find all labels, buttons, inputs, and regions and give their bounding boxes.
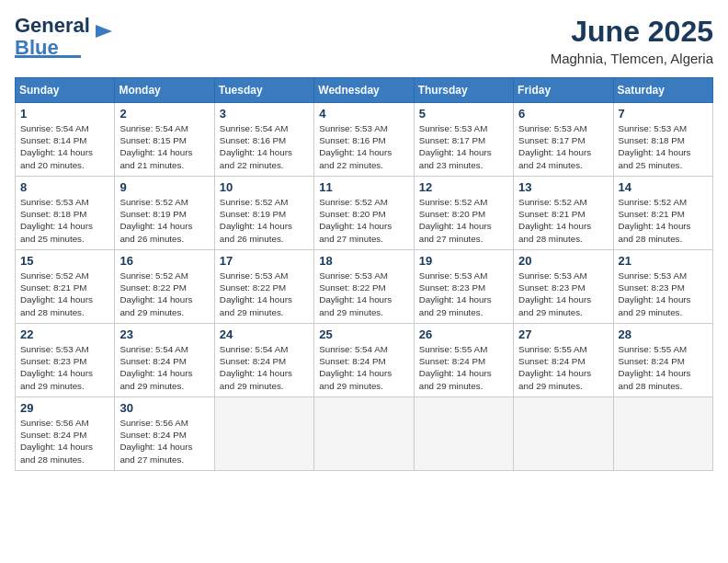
day-number: 15 xyxy=(20,254,109,268)
day-cell xyxy=(414,397,513,471)
calendar-table: SundayMondayTuesdayWednesdayThursdayFrid… xyxy=(15,77,713,471)
week-row-5: 29Sunrise: 5:56 AMSunset: 8:24 PMDayligh… xyxy=(16,397,713,471)
header-row: SundayMondayTuesdayWednesdayThursdayFrid… xyxy=(16,78,713,103)
cell-info: Sunrise: 5:54 AMSunset: 8:15 PMDaylight:… xyxy=(119,122,209,171)
day-number: 23 xyxy=(119,327,209,341)
cell-info: Sunrise: 5:54 AMSunset: 8:14 PMDaylight:… xyxy=(20,122,109,171)
day-number: 27 xyxy=(518,327,608,341)
cell-info: Sunrise: 5:53 AMSunset: 8:18 PMDaylight:… xyxy=(20,196,109,245)
cell-info: Sunrise: 5:52 AMSunset: 8:21 PMDaylight:… xyxy=(518,196,608,245)
header-friday: Friday xyxy=(514,78,613,103)
day-number: 8 xyxy=(20,180,109,194)
logo-arrow-icon xyxy=(94,21,114,41)
week-row-4: 22Sunrise: 5:53 AMSunset: 8:23 PMDayligh… xyxy=(16,324,713,397)
day-cell: 1Sunrise: 5:54 AMSunset: 8:14 PMDaylight… xyxy=(16,103,115,177)
day-number: 13 xyxy=(518,180,608,194)
logo-underline xyxy=(15,55,81,58)
day-cell: 22Sunrise: 5:53 AMSunset: 8:23 PMDayligh… xyxy=(16,324,115,397)
cell-info: Sunrise: 5:55 AMSunset: 8:24 PMDaylight:… xyxy=(419,343,508,392)
logo: GeneralBlue xyxy=(15,15,114,58)
cell-info: Sunrise: 5:53 AMSunset: 8:23 PMDaylight:… xyxy=(518,270,608,318)
day-cell: 19Sunrise: 5:53 AMSunset: 8:23 PMDayligh… xyxy=(414,250,513,324)
day-number: 2 xyxy=(119,107,209,121)
day-number: 24 xyxy=(220,327,309,341)
day-cell: 10Sunrise: 5:52 AMSunset: 8:19 PMDayligh… xyxy=(214,177,313,250)
cell-info: Sunrise: 5:54 AMSunset: 8:24 PMDaylight:… xyxy=(119,343,209,392)
day-number: 7 xyxy=(619,107,708,121)
day-number: 6 xyxy=(518,107,608,121)
day-cell: 25Sunrise: 5:54 AMSunset: 8:24 PMDayligh… xyxy=(314,324,414,397)
header-saturday: Saturday xyxy=(613,78,712,103)
header-sunday: Sunday xyxy=(16,78,115,103)
day-number: 29 xyxy=(20,401,109,415)
day-number: 11 xyxy=(319,180,408,194)
cell-info: Sunrise: 5:56 AMSunset: 8:24 PMDaylight:… xyxy=(119,417,209,465)
day-cell: 14Sunrise: 5:52 AMSunset: 8:21 PMDayligh… xyxy=(613,177,712,250)
cell-info: Sunrise: 5:53 AMSunset: 8:23 PMDaylight:… xyxy=(20,343,109,392)
day-cell: 28Sunrise: 5:55 AMSunset: 8:24 PMDayligh… xyxy=(613,324,712,397)
day-cell: 30Sunrise: 5:56 AMSunset: 8:24 PMDayligh… xyxy=(115,397,214,471)
cell-info: Sunrise: 5:54 AMSunset: 8:16 PMDaylight:… xyxy=(220,122,309,171)
day-number: 16 xyxy=(119,254,209,268)
day-cell: 21Sunrise: 5:53 AMSunset: 8:23 PMDayligh… xyxy=(613,250,712,324)
day-cell: 2Sunrise: 5:54 AMSunset: 8:15 PMDaylight… xyxy=(115,103,214,177)
month-title: June 2025 xyxy=(551,15,713,49)
cell-info: Sunrise: 5:54 AMSunset: 8:24 PMDaylight:… xyxy=(220,343,309,392)
day-cell: 5Sunrise: 5:53 AMSunset: 8:17 PMDaylight… xyxy=(414,103,513,177)
day-cell: 3Sunrise: 5:54 AMSunset: 8:16 PMDaylight… xyxy=(214,103,313,177)
day-cell xyxy=(314,397,414,471)
title-block: June 2025 Maghnia, Tlemcen, Algeria xyxy=(551,15,713,66)
svg-marker-0 xyxy=(96,25,112,38)
day-cell: 12Sunrise: 5:52 AMSunset: 8:20 PMDayligh… xyxy=(414,177,513,250)
day-cell: 27Sunrise: 5:55 AMSunset: 8:24 PMDayligh… xyxy=(514,324,613,397)
day-number: 9 xyxy=(119,180,209,194)
cell-info: Sunrise: 5:52 AMSunset: 8:20 PMDaylight:… xyxy=(319,196,408,245)
day-cell: 7Sunrise: 5:53 AMSunset: 8:18 PMDaylight… xyxy=(613,103,712,177)
week-row-2: 8Sunrise: 5:53 AMSunset: 8:18 PMDaylight… xyxy=(16,177,713,250)
day-cell: 23Sunrise: 5:54 AMSunset: 8:24 PMDayligh… xyxy=(115,324,214,397)
day-cell: 11Sunrise: 5:52 AMSunset: 8:20 PMDayligh… xyxy=(314,177,414,250)
header-wednesday: Wednesday xyxy=(314,78,414,103)
day-cell: 26Sunrise: 5:55 AMSunset: 8:24 PMDayligh… xyxy=(414,324,513,397)
day-number: 18 xyxy=(319,254,408,268)
day-cell: 4Sunrise: 5:53 AMSunset: 8:16 PMDaylight… xyxy=(314,103,414,177)
day-cell xyxy=(514,397,613,471)
logo-text: GeneralBlue xyxy=(15,15,90,59)
cell-info: Sunrise: 5:53 AMSunset: 8:23 PMDaylight:… xyxy=(619,270,708,318)
day-number: 4 xyxy=(319,107,408,121)
cell-info: Sunrise: 5:56 AMSunset: 8:24 PMDaylight:… xyxy=(20,417,109,465)
day-cell: 24Sunrise: 5:54 AMSunset: 8:24 PMDayligh… xyxy=(214,324,313,397)
day-number: 3 xyxy=(220,107,309,121)
day-cell: 8Sunrise: 5:53 AMSunset: 8:18 PMDaylight… xyxy=(16,177,115,250)
day-cell: 16Sunrise: 5:52 AMSunset: 8:22 PMDayligh… xyxy=(115,250,214,324)
day-number: 12 xyxy=(419,180,508,194)
day-cell: 13Sunrise: 5:52 AMSunset: 8:21 PMDayligh… xyxy=(514,177,613,250)
header-monday: Monday xyxy=(115,78,214,103)
week-row-1: 1Sunrise: 5:54 AMSunset: 8:14 PMDaylight… xyxy=(16,103,713,177)
day-cell: 20Sunrise: 5:53 AMSunset: 8:23 PMDayligh… xyxy=(514,250,613,324)
day-cell: 15Sunrise: 5:52 AMSunset: 8:21 PMDayligh… xyxy=(16,250,115,324)
day-number: 28 xyxy=(619,327,708,341)
cell-info: Sunrise: 5:52 AMSunset: 8:21 PMDaylight:… xyxy=(20,270,109,318)
cell-info: Sunrise: 5:52 AMSunset: 8:19 PMDaylight:… xyxy=(220,196,309,245)
cell-info: Sunrise: 5:53 AMSunset: 8:22 PMDaylight:… xyxy=(319,270,408,318)
day-number: 30 xyxy=(119,401,209,415)
cell-info: Sunrise: 5:55 AMSunset: 8:24 PMDaylight:… xyxy=(619,343,708,392)
day-cell: 17Sunrise: 5:53 AMSunset: 8:22 PMDayligh… xyxy=(214,250,313,324)
day-cell: 9Sunrise: 5:52 AMSunset: 8:19 PMDaylight… xyxy=(115,177,214,250)
cell-info: Sunrise: 5:53 AMSunset: 8:22 PMDaylight:… xyxy=(220,270,309,318)
cell-info: Sunrise: 5:52 AMSunset: 8:22 PMDaylight:… xyxy=(119,270,209,318)
day-number: 22 xyxy=(20,327,109,341)
day-cell: 6Sunrise: 5:53 AMSunset: 8:17 PMDaylight… xyxy=(514,103,613,177)
cell-info: Sunrise: 5:55 AMSunset: 8:24 PMDaylight:… xyxy=(518,343,608,392)
header-tuesday: Tuesday xyxy=(214,78,313,103)
day-cell: 29Sunrise: 5:56 AMSunset: 8:24 PMDayligh… xyxy=(16,397,115,471)
cell-info: Sunrise: 5:53 AMSunset: 8:18 PMDaylight:… xyxy=(619,122,708,171)
day-number: 14 xyxy=(619,180,708,194)
cell-info: Sunrise: 5:53 AMSunset: 8:23 PMDaylight:… xyxy=(419,270,508,318)
day-cell xyxy=(613,397,712,471)
day-number: 21 xyxy=(619,254,708,268)
day-number: 25 xyxy=(319,327,408,341)
cell-info: Sunrise: 5:53 AMSunset: 8:17 PMDaylight:… xyxy=(419,122,508,171)
page-header: GeneralBlue June 2025 Maghnia, Tlemcen, … xyxy=(15,15,713,66)
